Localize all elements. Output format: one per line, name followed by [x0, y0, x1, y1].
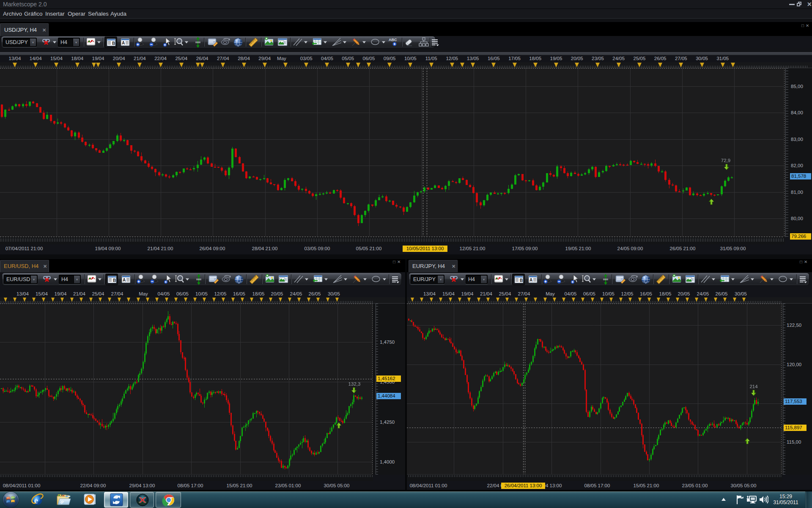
svg-text:A: A: [122, 41, 125, 45]
svg-text:B: B: [113, 278, 116, 282]
svg-text:B: B: [112, 41, 115, 45]
svg-text:ABC: ABC: [389, 38, 397, 42]
svg-text:A: A: [123, 278, 126, 282]
svg-text:B: B: [520, 278, 523, 282]
svg-text:A: A: [529, 278, 532, 282]
